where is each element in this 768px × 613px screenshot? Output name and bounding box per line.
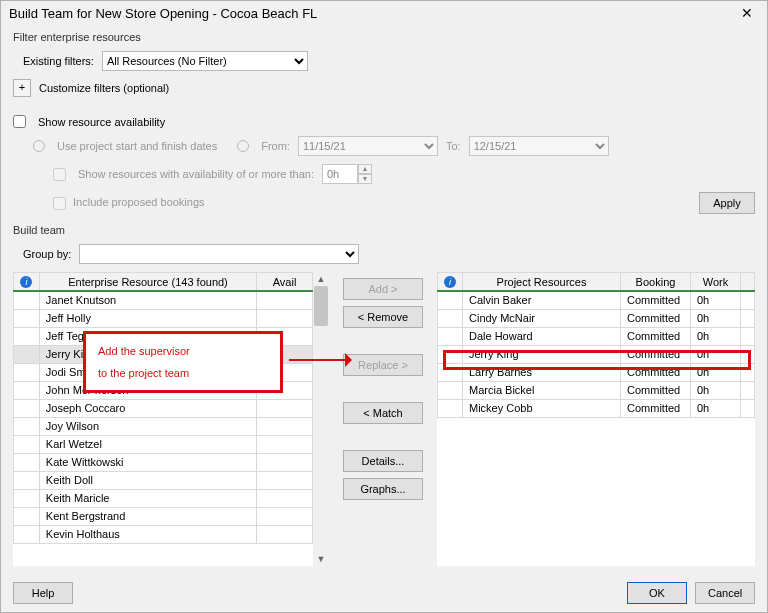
existing-filters-label: Existing filters: xyxy=(23,55,94,67)
groupby-label: Group by: xyxy=(23,248,71,260)
enterprise-resource-table[interactable]: i Enterprise Resource (143 found) Avail … xyxy=(13,272,313,544)
show-availability-label: Show resource availability xyxy=(38,116,165,128)
existing-filters-select[interactable]: All Resources (No Filter) xyxy=(102,51,308,71)
table-row[interactable]: Mickey CobbCommitted0h xyxy=(438,399,755,417)
to-date-select: 12/15/21 xyxy=(469,136,609,156)
annotation-target xyxy=(443,350,751,370)
ok-button[interactable]: OK xyxy=(627,582,687,604)
table-row[interactable]: Kent Bergstrand xyxy=(14,507,313,525)
show-availability-checkbox[interactable] xyxy=(13,115,26,128)
col-enterprise-resource[interactable]: Enterprise Resource (143 found) xyxy=(39,273,256,292)
custom-dates-radio xyxy=(237,140,249,152)
annotation-callout: Add the supervisor to the project team xyxy=(83,331,283,393)
close-icon[interactable]: ✕ xyxy=(735,5,759,21)
col-work[interactable]: Work xyxy=(691,273,741,292)
table-row[interactable]: Joseph Coccaro xyxy=(14,399,313,417)
info-icon: i xyxy=(444,276,456,288)
show-available-more-checkbox xyxy=(53,168,66,181)
table-row[interactable]: Karl Wetzel xyxy=(14,435,313,453)
remove-button[interactable]: < Remove xyxy=(343,306,423,328)
graphs-button[interactable]: Graphs... xyxy=(343,478,423,500)
table-row[interactable]: Keith Doll xyxy=(14,471,313,489)
include-proposed-label: Include proposed bookings xyxy=(73,196,204,208)
apply-button[interactable]: Apply xyxy=(699,192,755,214)
cancel-button[interactable]: Cancel xyxy=(695,582,755,604)
show-available-more-label: Show resources with availability of or m… xyxy=(78,168,314,180)
filter-section-label: Filter enterprise resources xyxy=(13,31,755,43)
use-project-dates-radio xyxy=(33,140,45,152)
groupby-select[interactable] xyxy=(79,244,359,264)
table-row[interactable]: Joy Wilson xyxy=(14,417,313,435)
window-title: Build Team for New Store Opening - Cocoa… xyxy=(9,6,317,21)
customize-expand-button[interactable]: + xyxy=(13,79,31,97)
info-icon: i xyxy=(20,276,32,288)
table-row[interactable]: Kate Wittkowski xyxy=(14,453,313,471)
col-booking[interactable]: Booking xyxy=(621,273,691,292)
table-row[interactable]: Jeff Holly xyxy=(14,309,313,327)
to-label: To: xyxy=(446,140,461,152)
include-proposed-checkbox xyxy=(53,197,66,210)
table-row[interactable]: Janet Knutson xyxy=(14,291,313,309)
table-row[interactable]: Marcia BickelCommitted0h xyxy=(438,381,755,399)
use-project-dates-label: Use project start and finish dates xyxy=(57,140,217,152)
hours-spin-down: ▼ xyxy=(358,174,372,184)
annotation-arrow xyxy=(289,359,349,361)
col-project-resources[interactable]: Project Resources xyxy=(463,273,621,292)
hours-spin-up: ▲ xyxy=(358,164,372,174)
build-team-section-label: Build team xyxy=(13,224,755,236)
details-button[interactable]: Details... xyxy=(343,450,423,472)
table-row[interactable]: Dale HowardCommitted0h xyxy=(438,327,755,345)
from-date-select: 11/15/21 xyxy=(298,136,438,156)
customize-filters-label: Customize filters (optional) xyxy=(39,82,169,94)
table-row[interactable]: Cindy McNairCommitted0h xyxy=(438,309,755,327)
scroll-up-icon[interactable]: ▲ xyxy=(317,274,326,284)
table-row[interactable]: Keith Maricle xyxy=(14,489,313,507)
col-avail[interactable]: Avail xyxy=(257,273,313,292)
from-label: From: xyxy=(261,140,290,152)
left-scrollbar[interactable]: ▲ ▼ xyxy=(313,272,329,566)
add-button[interactable]: Add > xyxy=(343,278,423,300)
help-button[interactable]: Help xyxy=(13,582,73,604)
col-extra xyxy=(741,273,755,292)
scroll-down-icon[interactable]: ▼ xyxy=(317,554,326,564)
scroll-thumb[interactable] xyxy=(314,286,328,326)
table-row[interactable]: Calvin BakerCommitted0h xyxy=(438,291,755,309)
hours-input xyxy=(322,164,358,184)
match-button[interactable]: < Match xyxy=(343,402,423,424)
table-row[interactable]: Kevin Holthaus xyxy=(14,525,313,543)
project-resources-table[interactable]: i Project Resources Booking Work Calvin … xyxy=(437,272,755,418)
